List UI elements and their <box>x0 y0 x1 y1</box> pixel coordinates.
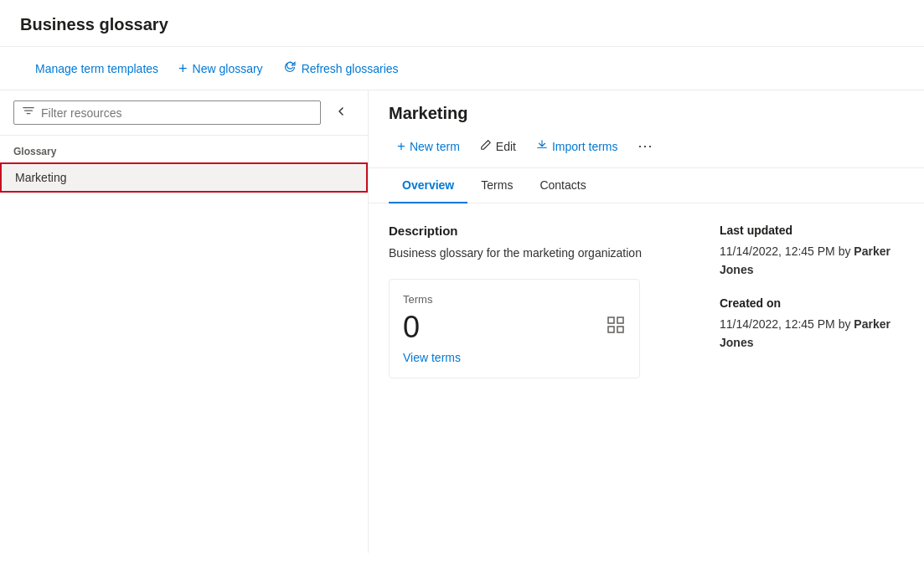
description-text: Business glossary for the marketing orga… <box>389 244 686 262</box>
svg-rect-6 <box>608 317 614 323</box>
terms-card: Terms 0 View terms <box>389 279 640 378</box>
refresh-glossaries-label: Refresh glossaries <box>302 62 399 75</box>
content-area: Description Business glossary for the ma… <box>369 203 924 553</box>
last-updated-value: 11/14/2022, 12:45 PM by Parker Jones <box>720 242 904 280</box>
import-terms-button[interactable]: Import terms <box>528 135 627 157</box>
content-left: Description Business glossary for the ma… <box>389 224 686 533</box>
svg-rect-9 <box>617 327 623 332</box>
right-panel: Marketing + New term Edit <box>369 90 924 553</box>
edit-button[interactable]: Edit <box>472 135 524 157</box>
terms-card-header: Terms <box>403 293 626 306</box>
refresh-icon <box>283 60 297 76</box>
tabs: Overview Terms Contacts <box>369 168 924 203</box>
import-terms-label: Import terms <box>552 140 618 153</box>
main-layout: Glossary Marketing Marketing + New term <box>0 90 924 553</box>
created-on-value: 11/14/2022, 12:45 PM by Parker Jones <box>720 315 904 353</box>
filter-input[interactable] <box>41 106 312 120</box>
sidebar-section-label: Glossary <box>0 136 368 162</box>
new-glossary-button[interactable]: + New glossary <box>168 56 273 81</box>
filter-icon <box>23 106 34 120</box>
tab-terms[interactable]: Terms <box>467 168 526 203</box>
detail-header: Marketing + New term Edit <box>369 90 924 168</box>
svg-rect-8 <box>608 327 614 332</box>
more-icon: ··· <box>638 137 653 155</box>
view-terms-link[interactable]: View terms <box>403 351 626 364</box>
edit-icon <box>480 139 492 153</box>
description-label: Description <box>389 224 686 238</box>
refresh-glossaries-button[interactable]: Refresh glossaries <box>273 55 409 81</box>
created-on-label: Created on <box>720 296 904 310</box>
content-right: Last updated 11/14/2022, 12:45 PM by Par… <box>720 224 904 533</box>
manage-term-templates-button[interactable]: Manage term templates <box>20 57 168 80</box>
new-term-plus-icon: + <box>397 139 405 153</box>
detail-toolbar: + New term Edit <box>389 133 904 159</box>
tab-contacts[interactable]: Contacts <box>526 168 599 203</box>
left-panel: Glossary Marketing <box>0 90 369 553</box>
manage-term-templates-label: Manage term templates <box>35 62 158 75</box>
plus-icon: + <box>178 61 188 76</box>
new-term-label: New term <box>410 140 460 153</box>
sidebar-item-marketing[interactable]: Marketing <box>0 162 368 193</box>
tab-overview[interactable]: Overview <box>389 168 467 203</box>
svg-rect-7 <box>617 317 623 323</box>
terms-count: 0 <box>403 312 420 342</box>
new-glossary-label: New glossary <box>193 62 263 75</box>
more-options-button[interactable]: ··· <box>630 133 662 159</box>
new-term-button[interactable]: + New term <box>389 135 468 157</box>
grid-icon <box>606 315 626 340</box>
terms-card-body: 0 <box>403 312 626 342</box>
import-icon <box>536 139 548 153</box>
page-header: Business glossary <box>0 0 924 47</box>
detail-title: Marketing <box>389 104 904 123</box>
edit-label: Edit <box>496 140 516 153</box>
main-toolbar: Manage term templates + New glossary Ref… <box>0 47 924 90</box>
last-updated-label: Last updated <box>720 224 904 237</box>
filter-bar <box>0 90 368 136</box>
collapse-panel-button[interactable] <box>328 101 354 125</box>
page-title: Business glossary <box>20 15 904 34</box>
filter-input-wrap[interactable] <box>13 100 321 125</box>
